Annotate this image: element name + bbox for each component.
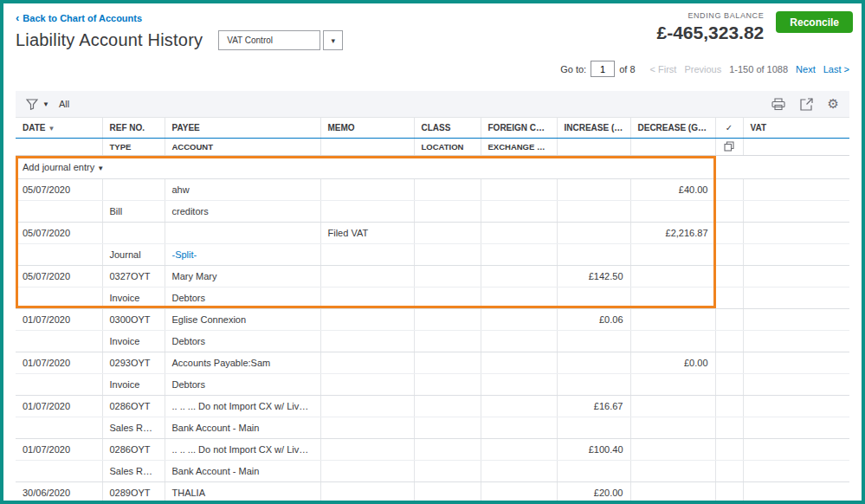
location-cell[interactable]	[414, 244, 481, 266]
exchange-rate-cell[interactable]	[481, 417, 557, 439]
memo-cell[interactable]	[320, 331, 414, 352]
date-cell[interactable]	[16, 374, 102, 396]
date-cell[interactable]: 01/07/2020	[16, 396, 102, 417]
reconcile-check-cell[interactable]	[715, 352, 743, 374]
decrease-cell[interactable]	[630, 201, 715, 223]
increase-cell[interactable]	[557, 374, 630, 396]
memo-cell[interactable]	[320, 417, 414, 439]
type-cell[interactable]: Journal	[102, 244, 165, 266]
vat-cell[interactable]	[743, 266, 849, 288]
account-select-value[interactable]: VAT Control	[218, 30, 320, 50]
type-cell[interactable]: Bill	[102, 201, 165, 223]
vat-cell[interactable]	[743, 331, 849, 352]
reconcile-check-cell[interactable]	[715, 266, 743, 288]
column-header-ref[interactable]: REF NO.	[102, 118, 165, 139]
type-cell[interactable]: Sales Receipt	[102, 461, 165, 482]
back-to-chart-link[interactable]: ‹ Back to Chart of Accounts	[16, 12, 142, 23]
class-cell[interactable]	[414, 439, 481, 461]
increase-cell[interactable]: £20.00	[557, 482, 630, 504]
ref-no-cell[interactable]: 0289OYT	[102, 482, 165, 504]
vat-cell[interactable]	[743, 201, 849, 223]
class-cell[interactable]	[414, 482, 481, 504]
pagination-next-link[interactable]: Next	[796, 64, 816, 74]
exchange-rate-cell[interactable]	[481, 288, 557, 309]
reconcile-check-cell[interactable]	[715, 482, 743, 504]
decrease-cell[interactable]: £0.00	[630, 352, 715, 374]
location-cell[interactable]	[414, 288, 481, 309]
reconcile-check-cell[interactable]	[715, 396, 743, 417]
pagination-last-link[interactable]: Last >	[823, 64, 849, 74]
transaction-row-line1[interactable]: 05/07/20200327OYTMary Mary£142.50	[16, 266, 849, 288]
account-select-arrow[interactable]: ▾	[323, 30, 343, 50]
reconcile-check-cell[interactable]	[715, 439, 743, 461]
transaction-row-line1[interactable]: 01/07/20200293OYTAccounts Payable:Sam£0.…	[16, 352, 849, 374]
transaction-row-line2[interactable]: InvoiceDebtors	[16, 331, 849, 352]
date-cell[interactable]: 30/06/2020	[16, 482, 102, 504]
ref-no-cell[interactable]	[102, 179, 165, 201]
ref-no-cell[interactable]: 0286OYT	[102, 396, 165, 417]
date-cell[interactable]: 05/07/2020	[16, 266, 102, 288]
increase-cell[interactable]	[557, 244, 630, 266]
transaction-row-line1[interactable]: 05/07/2020ahw£40.00	[16, 179, 849, 201]
reconcile-check-cell[interactable]	[715, 201, 743, 223]
memo-cell[interactable]	[320, 179, 414, 201]
transaction-row-line1[interactable]: 30/06/20200289OYTTHALIA£20.00	[16, 482, 849, 504]
class-cell[interactable]	[414, 352, 481, 374]
type-cell[interactable]: Invoice	[102, 374, 165, 396]
vat-cell[interactable]	[743, 352, 849, 374]
memo-cell[interactable]	[320, 201, 414, 223]
payee-cell[interactable]: THALIA	[165, 482, 320, 504]
reconcile-button[interactable]: Reconcile	[776, 11, 853, 33]
account-cell[interactable]: Bank Account - Main	[165, 417, 320, 439]
increase-cell[interactable]: £100.40	[557, 439, 630, 461]
payee-cell[interactable]: Accounts Payable:Sam	[165, 352, 320, 374]
payee-cell[interactable]: .. .. ... Do not Import CX w/ Live Email…	[165, 396, 320, 417]
account-cell[interactable]: -Split-	[165, 244, 320, 266]
reconcile-check-cell[interactable]	[715, 179, 743, 201]
print-button[interactable]	[771, 98, 785, 111]
subheader-copy-cell[interactable]	[715, 139, 743, 156]
date-cell[interactable]	[16, 288, 102, 309]
transaction-row-line2[interactable]: Journal-Split-	[16, 244, 849, 266]
foreign-currency-cell[interactable]	[481, 482, 557, 504]
column-header-foreign-currency[interactable]: FOREIGN CURRENC	[481, 118, 557, 139]
account-cell[interactable]: creditors	[165, 201, 320, 223]
decrease-cell[interactable]	[630, 439, 715, 461]
decrease-cell[interactable]	[630, 461, 715, 482]
foreign-currency-cell[interactable]	[481, 309, 557, 331]
increase-cell[interactable]	[557, 417, 630, 439]
transaction-row-line2[interactable]: Billcreditors	[16, 201, 849, 223]
add-journal-entry-cell[interactable]: Add journal entry ▼	[16, 156, 849, 179]
reconcile-check-cell[interactable]	[715, 461, 743, 482]
account-cell[interactable]: Debtors	[165, 374, 320, 396]
transaction-row-line1[interactable]: 01/07/20200286OYT.. .. ... Do not Import…	[16, 439, 849, 461]
memo-cell[interactable]	[320, 374, 414, 396]
class-cell[interactable]	[414, 223, 481, 244]
vat-cell[interactable]	[743, 396, 849, 417]
foreign-currency-cell[interactable]	[481, 223, 557, 244]
payee-cell[interactable]: Mary Mary	[165, 266, 320, 288]
exchange-rate-cell[interactable]	[481, 244, 557, 266]
exchange-rate-cell[interactable]	[481, 374, 557, 396]
exchange-rate-cell[interactable]	[481, 201, 557, 223]
column-header-memo[interactable]: MEMO	[320, 118, 414, 139]
increase-cell[interactable]	[557, 223, 630, 244]
column-header-payee[interactable]: PAYEE	[165, 118, 320, 139]
column-header-date[interactable]: DATE▼	[16, 118, 102, 139]
date-cell[interactable]: 05/07/2020	[16, 223, 102, 244]
decrease-cell[interactable]	[630, 331, 715, 352]
memo-cell[interactable]	[320, 288, 414, 309]
column-header-decrease[interactable]: DECREASE (GBP)	[630, 118, 715, 139]
memo-cell[interactable]	[320, 309, 414, 331]
date-cell[interactable]	[16, 417, 102, 439]
payee-cell[interactable]: ahw	[165, 179, 320, 201]
pagination-first-link[interactable]: < First	[650, 64, 677, 74]
vat-cell[interactable]	[743, 309, 849, 331]
decrease-cell[interactable]	[630, 288, 715, 309]
ref-no-cell[interactable]: 0327OYT	[102, 266, 165, 288]
transaction-row-line2[interactable]: Sales ReceiptBank Account - Main	[16, 417, 849, 439]
pagination-previous-link[interactable]: Previous	[684, 64, 721, 74]
date-cell[interactable]	[16, 201, 102, 223]
ref-no-cell[interactable]	[102, 223, 165, 244]
memo-cell[interactable]	[320, 266, 414, 288]
